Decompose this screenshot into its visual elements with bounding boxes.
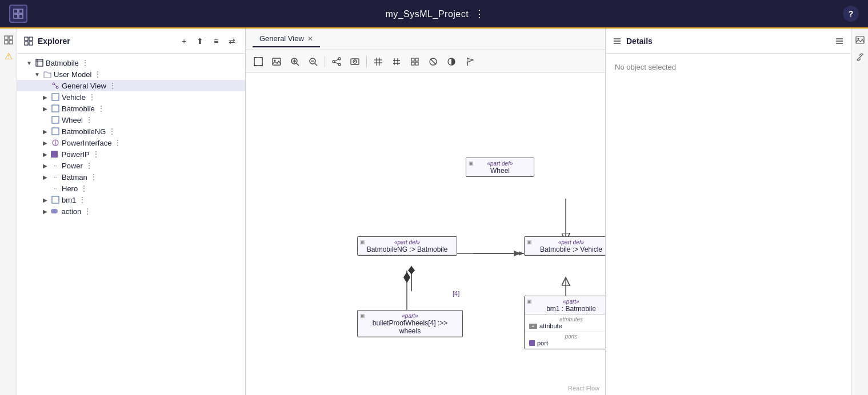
tree-item-wheel[interactable]: Wheel ⋮ bbox=[17, 114, 245, 126]
sidebar-filter-btn[interactable]: ≡ bbox=[210, 35, 222, 47]
chevron-wheel bbox=[41, 117, 49, 123]
svg-rect-9 bbox=[29, 37, 33, 41]
svg-rect-11 bbox=[29, 42, 33, 45]
warning-icon[interactable]: ⚠ bbox=[3, 50, 14, 62]
tree-dots-bm1[interactable]: ⋮ bbox=[78, 195, 86, 204]
share-btn[interactable] bbox=[329, 54, 345, 70]
chevron-hero bbox=[41, 186, 49, 192]
svg-point-35 bbox=[338, 58, 341, 60]
sidebar-sync-btn[interactable]: ⇄ bbox=[226, 35, 238, 47]
node-bm1[interactable]: «part» bm1 : Batmobile ▣ attributes ≡ at… bbox=[524, 296, 605, 349]
tab-general-view[interactable]: General View ✕ bbox=[253, 31, 320, 47]
left-edge-grid-icon[interactable] bbox=[3, 34, 14, 46]
svg-line-39 bbox=[335, 62, 338, 64]
node-batmobile-diag[interactable]: «part def» Batmobile :> Vehicle ▣ bbox=[524, 236, 605, 256]
svg-rect-8 bbox=[25, 37, 28, 41]
tree-item-vehicle[interactable]: ▶ Vehicle ⋮ bbox=[17, 91, 245, 103]
tree-dots-action[interactable]: ⋮ bbox=[83, 207, 91, 216]
tree-dots-batmobileng[interactable]: ⋮ bbox=[108, 127, 116, 136]
canvas-area: General View ✕ bbox=[246, 29, 605, 395]
svg-rect-6 bbox=[5, 41, 8, 44]
bm1-stereotype: «part» bbox=[529, 299, 605, 305]
tree-dots-powerinterface[interactable]: ⋮ bbox=[114, 138, 122, 147]
svg-rect-20 bbox=[52, 116, 59, 123]
batmobile-diag-icon: ▣ bbox=[527, 239, 532, 245]
tree-label-vehicle: Vehicle bbox=[62, 93, 86, 102]
right-edge-image-icon[interactable] bbox=[854, 34, 866, 46]
tree-item-batmobile-node[interactable]: ▶ Batmobile ⋮ bbox=[17, 103, 245, 114]
tree-item-power[interactable]: ▶ ·· Power ⋮ bbox=[17, 160, 245, 171]
tree-dots-usermodel[interactable]: ⋮ bbox=[94, 70, 102, 79]
svg-rect-4 bbox=[5, 36, 8, 39]
tree-item-action[interactable]: ▶ action ⋮ bbox=[17, 205, 245, 217]
tree-dots-batmobile[interactable]: ⋮ bbox=[81, 58, 89, 67]
tree-item-powerinterface[interactable]: ▶ PowerInterface ⋮ bbox=[17, 137, 245, 148]
zoom-out-btn[interactable] bbox=[305, 54, 321, 70]
port-badge bbox=[529, 340, 535, 346]
arrange-btn[interactable] bbox=[407, 54, 423, 70]
zoom-fit-btn[interactable] bbox=[287, 54, 303, 70]
svg-rect-52 bbox=[415, 58, 418, 61]
tree-label-powerinterface: PowerInterface bbox=[62, 139, 111, 147]
topbar-menu-icon[interactable]: ⋮ bbox=[474, 8, 485, 19]
tree-item-usermodel[interactable]: ▼ User Model ⋮ bbox=[17, 68, 245, 80]
details-more-icon[interactable] bbox=[835, 37, 844, 46]
tree-label-action: action bbox=[59, 207, 81, 216]
bm1-port-row: port bbox=[529, 340, 605, 346]
photo-btn[interactable] bbox=[347, 54, 363, 70]
tree-item-generalview[interactable]: General View ⋮ bbox=[17, 80, 245, 91]
svg-rect-18 bbox=[52, 94, 59, 100]
tree-dots-hero[interactable]: ⋮ bbox=[80, 184, 88, 193]
help-button[interactable]: ? bbox=[843, 6, 859, 22]
svg-rect-12 bbox=[36, 59, 43, 66]
node-batmobileng[interactable]: «part def» BatmobileNG :> Batmobile ▣ bbox=[357, 236, 457, 256]
block-wheel-icon bbox=[51, 115, 60, 124]
tree-item-batman[interactable]: ▶ ·· Batman ⋮ bbox=[17, 171, 245, 183]
image-btn[interactable] bbox=[269, 54, 285, 70]
tree-dots-power[interactable]: ⋮ bbox=[85, 161, 93, 170]
details-menu-icon[interactable] bbox=[613, 37, 622, 46]
bm1-attr-row: ≡ attribute bbox=[529, 323, 605, 329]
svg-rect-2 bbox=[14, 14, 18, 18]
sidebar-up-btn[interactable]: ⬆ bbox=[194, 35, 206, 47]
tree-item-hero[interactable]: ·· Hero ⋮ bbox=[17, 183, 245, 194]
bm1-node-icon: ▣ bbox=[527, 299, 532, 304]
contrast-btn[interactable] bbox=[443, 54, 459, 70]
tree-dots-powerip[interactable]: ⋮ bbox=[92, 150, 100, 159]
power-icon: ·· bbox=[51, 161, 60, 170]
right-edge-panel bbox=[851, 29, 868, 395]
diagram-canvas[interactable]: «part def» Wheel ▣ «part def» Vehicle ▣ … bbox=[246, 73, 605, 395]
main-layout: ⚠ Explorer + ⬆ ≡ ⇄ ▼ Batmobile ⋮ bbox=[0, 29, 868, 395]
node-bulletproof[interactable]: «part» bulletProofWheels[4] :>> wheels ▣ bbox=[357, 310, 463, 337]
details-title: Details bbox=[626, 37, 830, 46]
no-overlap-btn[interactable] bbox=[425, 54, 441, 70]
fullscreen-btn[interactable] bbox=[250, 54, 266, 70]
tree-label-wheel: Wheel bbox=[62, 116, 83, 124]
svg-rect-10 bbox=[25, 42, 28, 45]
left-edge-panel: ⚠ bbox=[0, 29, 17, 395]
tree-item-batmobileng[interactable]: ▶ BatmobileNG ⋮ bbox=[17, 126, 245, 137]
folder-icon bbox=[43, 70, 52, 79]
node-batmobileng-header: «part def» BatmobileNG :> Batmobile bbox=[358, 237, 457, 255]
chevron-powerip: ▶ bbox=[41, 151, 49, 158]
batmobileng-node-icon: ▣ bbox=[360, 239, 365, 245]
tree-dots-vehicle[interactable]: ⋮ bbox=[88, 92, 96, 102]
hash-btn[interactable] bbox=[389, 54, 405, 70]
tree-dots-wheel[interactable]: ⋮ bbox=[85, 115, 93, 124]
tree-dots-batmobile-node[interactable]: ⋮ bbox=[97, 104, 105, 113]
project-title-text: my_SysML_Project bbox=[385, 9, 469, 19]
svg-rect-1 bbox=[19, 9, 23, 13]
tree-dots-batman[interactable]: ⋮ bbox=[90, 172, 98, 182]
tab-close-btn[interactable]: ✕ bbox=[307, 35, 313, 43]
tree-item-powerip[interactable]: ▶ PowerIP ⋮ bbox=[17, 148, 245, 160]
svg-line-87 bbox=[859, 56, 861, 58]
tree-item-bm1[interactable]: ▶ bm1 ⋮ bbox=[17, 194, 245, 205]
sidebar: Explorer + ⬆ ≡ ⇄ ▼ Batmobile ⋮ ▼ bbox=[17, 29, 246, 395]
right-edge-link-icon[interactable] bbox=[854, 51, 866, 63]
tree-dots-generalview[interactable]: ⋮ bbox=[109, 81, 117, 90]
grid-btn[interactable] bbox=[370, 54, 386, 70]
node-wheel[interactable]: «part def» Wheel ▣ bbox=[466, 158, 534, 177]
tree-item-batmobile[interactable]: ▼ Batmobile ⋮ bbox=[17, 57, 245, 68]
sidebar-add-btn[interactable]: + bbox=[178, 35, 190, 47]
flag-btn[interactable] bbox=[462, 54, 478, 70]
